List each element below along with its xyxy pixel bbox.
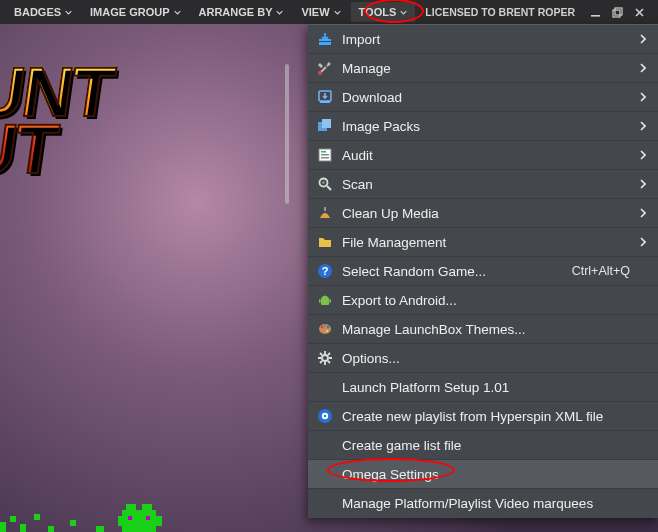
android-icon <box>308 292 342 308</box>
chevron-down-icon <box>400 9 407 16</box>
window-restore-button[interactable] <box>607 2 627 22</box>
tools-menu-item[interactable]: Launch Platform Setup 1.01 <box>308 373 658 402</box>
manage-icon <box>308 60 342 76</box>
tools-menu-item[interactable]: Omega Settings <box>308 460 658 489</box>
chevron-right-icon <box>640 411 648 421</box>
tools-menu-item[interactable]: Clean Up Media <box>308 199 658 228</box>
menu-label: IMAGE GROUP <box>90 6 169 18</box>
tools-menu-item[interactable]: Export to Android... <box>308 286 658 315</box>
menu-item-label: Import <box>342 32 636 47</box>
menubar: BADGES IMAGE GROUP ARRANGE BY VIEW TOOLS… <box>0 0 658 24</box>
chevron-down-icon <box>334 9 341 16</box>
tools-dropdown: ImportManageDownloadImage PacksAuditScan… <box>308 24 658 518</box>
chevron-right-icon <box>640 266 648 276</box>
tools-menu-item[interactable]: Download <box>308 83 658 112</box>
menu-item-label: File Management <box>342 235 636 250</box>
chevron-right-icon <box>640 150 648 160</box>
tools-menu-item[interactable]: Import <box>308 25 658 54</box>
menu-arrange-by[interactable]: ARRANGE BY <box>191 2 292 22</box>
files-icon <box>308 234 342 250</box>
chevron-right-icon <box>640 208 648 218</box>
audit-icon <box>308 147 342 163</box>
chevron-right-icon <box>640 179 648 189</box>
tools-menu-item[interactable]: Options... <box>308 344 658 373</box>
menu-item-label: Export to Android... <box>342 293 636 308</box>
chevron-right-icon <box>640 295 648 305</box>
menu-item-label: Clean Up Media <box>342 206 636 221</box>
menu-item-label: Image Packs <box>342 119 636 134</box>
svg-rect-5 <box>70 520 76 526</box>
svg-rect-15 <box>613 10 620 17</box>
menu-label: ARRANGE BY <box>199 6 273 18</box>
chevron-right-icon <box>640 324 648 334</box>
menu-item-label: Create game list file <box>342 438 636 453</box>
menu-item-label: Create new playlist from Hyperspin XML f… <box>342 409 636 424</box>
svg-rect-6 <box>96 526 104 532</box>
svg-rect-1 <box>10 516 16 522</box>
svg-rect-11 <box>142 504 152 512</box>
menu-label: TOOLS <box>359 6 397 18</box>
themes-icon <box>308 321 342 337</box>
menu-item-label: Select Random Game... <box>342 264 572 279</box>
svg-rect-7 <box>122 510 156 532</box>
chevron-right-icon <box>640 92 648 102</box>
chevron-right-icon <box>640 499 648 509</box>
svg-rect-4 <box>48 526 54 532</box>
menu-image-group[interactable]: IMAGE GROUP <box>82 2 188 22</box>
menu-item-label: Download <box>342 90 636 105</box>
tools-menu-item[interactable]: Manage LaunchBox Themes... <box>308 315 658 344</box>
menu-item-label: Audit <box>342 148 636 163</box>
random-icon <box>308 263 342 279</box>
chevron-right-icon <box>640 63 648 73</box>
menu-item-label: Launch Platform Setup 1.01 <box>342 380 636 395</box>
svg-rect-0 <box>0 522 6 532</box>
chevron-down-icon <box>174 9 181 16</box>
chevron-down-icon <box>65 9 72 16</box>
chevron-right-icon <box>640 469 648 479</box>
wallpaper-scrollbar[interactable] <box>285 64 289 204</box>
menu-item-shortcut: Ctrl+Alt+Q <box>572 264 636 278</box>
svg-rect-9 <box>156 516 162 526</box>
svg-rect-8 <box>118 516 124 526</box>
cleanup-icon <box>308 205 342 221</box>
tools-menu-item[interactable]: Create new playlist from Hyperspin XML f… <box>308 402 658 431</box>
tools-menu-item[interactable]: Audit <box>308 141 658 170</box>
import-icon <box>308 31 342 47</box>
menu-item-label: Scan <box>342 177 636 192</box>
chevron-right-icon <box>640 353 648 363</box>
tools-menu-item[interactable]: Scan <box>308 170 658 199</box>
svg-rect-12 <box>128 516 132 520</box>
menu-label: BADGES <box>14 6 61 18</box>
menu-item-label: Manage LaunchBox Themes... <box>342 322 636 337</box>
chevron-down-icon <box>276 9 283 16</box>
chevron-right-icon <box>640 34 648 44</box>
menu-item-label: Options... <box>342 351 636 366</box>
chevron-right-icon <box>640 237 648 247</box>
chevron-right-icon <box>640 440 648 450</box>
tools-menu-item[interactable]: Image Packs <box>308 112 658 141</box>
svg-rect-10 <box>126 504 136 512</box>
chevron-right-icon <box>640 121 648 131</box>
download-icon <box>308 89 342 105</box>
tools-menu-item[interactable]: Create game list file <box>308 431 658 460</box>
tools-menu-item[interactable]: Manage <box>308 54 658 83</box>
playlist-icon <box>308 408 342 424</box>
tools-menu-item[interactable]: File Management <box>308 228 658 257</box>
svg-rect-13 <box>146 516 150 520</box>
menu-item-label: Manage Platform/Playlist Video marquees <box>342 496 636 511</box>
menu-view[interactable]: VIEW <box>293 2 348 22</box>
packs-icon <box>308 118 342 134</box>
menu-tools[interactable]: TOOLS <box>351 2 416 22</box>
scan-icon <box>308 176 342 192</box>
license-label: LICENSED TO BRENT ROPER <box>417 2 583 22</box>
menu-badges[interactable]: BADGES <box>6 2 80 22</box>
window-minimize-button[interactable] <box>585 2 605 22</box>
window-close-button[interactable] <box>629 2 649 22</box>
menu-item-label: Omega Settings <box>342 467 636 482</box>
svg-rect-2 <box>20 524 26 532</box>
chevron-right-icon <box>640 382 648 392</box>
tools-menu-item[interactable]: Select Random Game...Ctrl+Alt+Q <box>308 257 658 286</box>
tools-menu-item[interactable]: Manage Platform/Playlist Video marquees <box>308 489 658 518</box>
svg-rect-14 <box>591 15 600 17</box>
pixel-sprite <box>0 502 230 532</box>
